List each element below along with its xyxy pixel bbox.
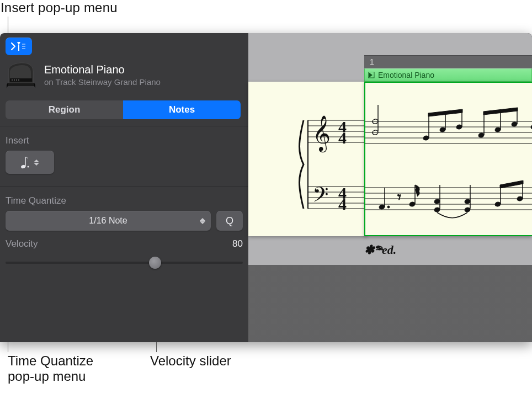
stepper-icon [34, 160, 39, 166]
callout-insert-popup: Insert pop-up menu [1, 0, 118, 15]
quantize-button[interactable]: Q [216, 211, 243, 231]
svg-rect-10 [25, 157, 26, 167]
piano-instrument-icon [6, 62, 36, 88]
stepper-icon [200, 218, 205, 224]
tab-region[interactable]: Region [6, 100, 123, 119]
track-subtitle: on Track Steinway Grand Piano [44, 77, 161, 87]
slider-thumb[interactable] [149, 257, 161, 269]
bar-number: 1 [370, 57, 374, 66]
region-name: Emotional Piano [378, 71, 434, 79]
svg-marker-56 [483, 108, 518, 115]
time-quantize-popup[interactable]: 1/16 Note [6, 211, 211, 231]
velocity-value: 80 [232, 238, 243, 249]
inspector-sidebar: Insert Time Quantize 1/16 Note [0, 126, 248, 283]
catch-playhead-icon [10, 41, 27, 52]
insert-label: Insert [6, 135, 243, 146]
tab-notes[interactable]: Notes [123, 100, 241, 119]
svg-point-50 [478, 132, 485, 138]
region-triangle-icon [368, 72, 375, 78]
svg-text:4: 4 [338, 184, 347, 202]
divider [0, 186, 248, 187]
svg-point-43 [423, 135, 429, 141]
svg-point-63 [409, 201, 416, 207]
catch-playhead-button[interactable] [6, 38, 32, 55]
svg-point-52 [511, 121, 518, 127]
score-notes: 𝄾 [365, 99, 532, 221]
dim-overlay [248, 265, 532, 342]
svg-text:𝄢: 𝄢 [312, 183, 329, 211]
svg-point-41 [372, 130, 379, 135]
score-region-body[interactable]: 𝄾 [364, 82, 532, 236]
svg-text:4: 4 [338, 195, 347, 213]
score-page-left: 𝄞 𝄢 4 4 4 4 [248, 82, 367, 236]
svg-point-59 [379, 204, 385, 210]
svg-point-51 [494, 127, 501, 132]
velocity-slider[interactable] [6, 255, 243, 270]
track-header: Emotional Piano on Track Steinway Grand … [6, 62, 161, 88]
svg-point-66 [434, 207, 440, 212]
callout-time-quantize-popup: Time Quantize pop-up menu [8, 353, 93, 384]
svg-text:4: 4 [338, 129, 347, 147]
grand-staff-clefs: 𝄞 𝄢 4 4 4 4 [253, 98, 366, 220]
svg-text:𝄾: 𝄾 [397, 194, 401, 200]
track-title: Emotional Piano [44, 63, 161, 76]
svg-text:𝄞: 𝄞 [312, 115, 331, 153]
time-quantize-label: Time Quantize [6, 195, 243, 206]
bar-ruler[interactable]: 1 [364, 55, 532, 68]
svg-point-71 [494, 201, 501, 207]
svg-point-69 [464, 207, 471, 212]
callout-leader-line [8, 17, 8, 33]
svg-point-40 [372, 119, 379, 124]
velocity-label: Velocity [6, 238, 38, 249]
score-editor-area: 1 Emotional Piano [248, 33, 532, 342]
dotted-eighth-note-icon [20, 155, 30, 169]
editor-panel: Emotional Piano on Track Steinway Grand … [0, 33, 532, 342]
insert-popup[interactable] [6, 151, 54, 174]
pedal-marking: ✽𝆮ed. [364, 243, 396, 257]
region-header[interactable]: Emotional Piano [364, 68, 532, 82]
svg-point-11 [28, 166, 29, 168]
svg-text:4: 4 [338, 118, 347, 136]
inspector-tabs: Region Notes [6, 100, 241, 119]
svg-marker-75 [500, 180, 523, 188]
callout-velocity-slider: Velocity slider [150, 353, 231, 369]
svg-point-45 [456, 124, 462, 130]
svg-marker-49 [428, 109, 462, 116]
time-quantize-value: 1/16 Note [89, 216, 127, 226]
svg-point-73 [517, 196, 523, 201]
svg-point-61 [387, 206, 390, 208]
svg-point-65 [434, 199, 440, 204]
svg-point-68 [464, 199, 471, 204]
svg-point-44 [439, 127, 446, 132]
slider-track [6, 262, 243, 264]
svg-rect-4 [10, 78, 32, 82]
